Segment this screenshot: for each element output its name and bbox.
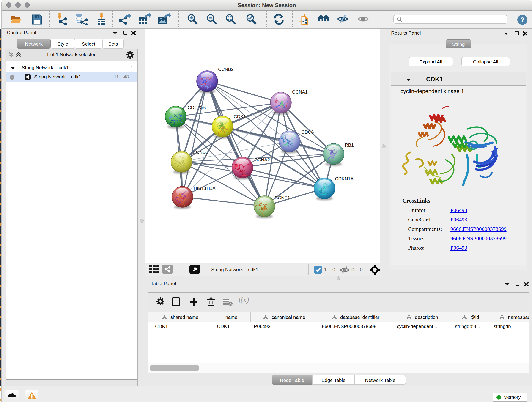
svg-text:CDK1: CDK1: [234, 114, 246, 119]
svg-text:RB1: RB1: [345, 143, 354, 148]
svg-text:CCNA1: CCNA1: [292, 89, 308, 95]
svg-text:CCNE1: CCNE1: [274, 195, 290, 200]
svg-text:CCNA2: CCNA2: [254, 157, 270, 162]
svg-text:CCNB2: CCNB2: [218, 67, 234, 72]
svg-text:CDC6: CDC6: [301, 129, 314, 134]
svg-text:CCNB1: CCNB1: [193, 150, 208, 155]
svg-text:HIST1H1A: HIST1H1A: [194, 186, 215, 191]
svg-text:CDKN1A: CDKN1A: [335, 176, 354, 181]
svg-text:CDC25B: CDC25B: [188, 105, 206, 110]
